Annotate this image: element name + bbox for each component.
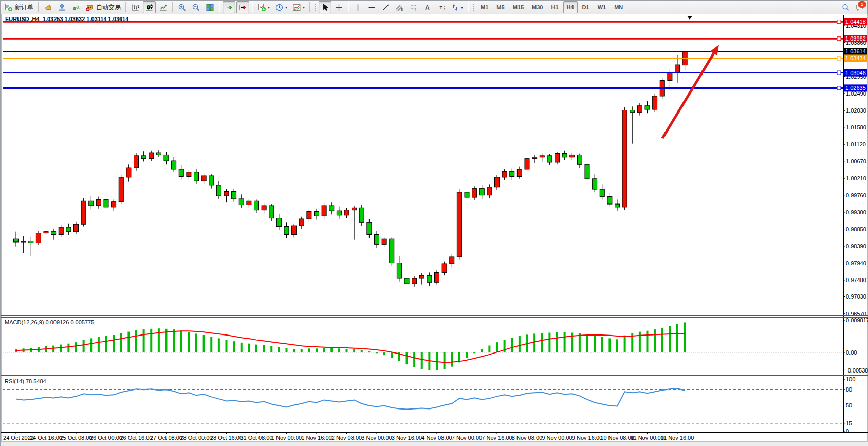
periods-button[interactable]: ▾: [273, 1, 289, 13]
vline-icon: [354, 3, 362, 12]
svg-text:15: 15: [846, 420, 852, 426]
trendline-icon: [381, 3, 390, 12]
svg-text:1.00670: 1.00670: [846, 158, 866, 164]
horn-icon: [44, 3, 52, 12]
svg-text:0.99760: 0.99760: [846, 192, 866, 198]
new-order-icon: [4, 3, 13, 12]
news-horn-button[interactable]: [42, 1, 54, 13]
tile-windows-button[interactable]: [204, 1, 216, 13]
svg-text:7 Nov 16:00: 7 Nov 16:00: [482, 435, 512, 441]
svg-text:26 Oct 16:00: 26 Oct 16:00: [120, 435, 153, 441]
toolbar-separator: [252, 2, 253, 12]
svg-text:0.97940: 0.97940: [846, 260, 866, 266]
svg-text:1.01580: 1.01580: [846, 124, 866, 131]
svg-text:28 Oct 16:00: 28 Oct 16:00: [210, 435, 243, 441]
svg-text:2 Nov 08:00: 2 Nov 08:00: [331, 435, 362, 441]
svg-text:100: 100: [846, 376, 855, 382]
zoom-out-button[interactable]: [190, 1, 202, 13]
svg-text:1.00210: 1.00210: [846, 175, 866, 181]
text-button[interactable]: A: [421, 1, 434, 13]
text-icon: A: [423, 3, 432, 12]
horizontal-line-button[interactable]: [365, 1, 378, 13]
chat-button[interactable]: 1: [853, 1, 866, 13]
svg-text:A: A: [425, 4, 430, 11]
templates-icon: [292, 3, 301, 12]
toolbar-separator: [468, 2, 469, 12]
hline-icon: [367, 3, 376, 12]
candlestick-chart-button[interactable]: [143, 1, 156, 13]
search-button[interactable]: [839, 1, 852, 13]
crosshair-button[interactable]: [333, 1, 345, 13]
chevron-down-icon: ▾: [285, 5, 287, 10]
zoom-in-button[interactable]: [176, 1, 189, 13]
svg-text:0.99300: 0.99300: [846, 209, 866, 215]
timeframe-w1[interactable]: W1: [594, 1, 610, 13]
timeframe-m15[interactable]: M15: [509, 1, 527, 13]
fibonacci-icon: F: [409, 3, 418, 12]
candlestick-icon: [145, 3, 154, 12]
svg-text:1.03614: 1.03614: [845, 48, 866, 54]
timeframe-mn[interactable]: MN: [611, 1, 626, 13]
bar-chart-button[interactable]: [129, 1, 142, 13]
text-label-button[interactable]: T: [435, 1, 448, 13]
community-button[interactable]: [56, 1, 68, 13]
svg-text:27 Oct 08:00: 27 Oct 08:00: [150, 435, 182, 441]
zoom-out-icon: [192, 3, 200, 12]
trendline-button[interactable]: [379, 1, 392, 13]
toolbar-separator: [172, 2, 173, 12]
templates-button[interactable]: ▾: [290, 1, 307, 13]
autotrading-button[interactable]: 自动交易: [83, 1, 123, 13]
auto-scroll-icon: [225, 3, 233, 12]
community-icon: [58, 3, 66, 12]
svg-text:0.96570: 0.96570: [846, 311, 866, 317]
svg-text:1 Nov 00:00: 1 Nov 00:00: [271, 435, 302, 441]
chevron-down-icon: ▾: [268, 5, 270, 10]
arrows-button[interactable]: ▾: [449, 1, 465, 13]
timeframe-h1[interactable]: H1: [547, 1, 562, 13]
toolbar-separator: [219, 2, 220, 12]
line-chart-button[interactable]: [157, 1, 170, 13]
svg-text:1.03046: 1.03046: [845, 70, 866, 76]
timeframe-h4[interactable]: H4: [563, 1, 578, 13]
cursor-button[interactable]: [319, 1, 331, 13]
toolbar-separator: [309, 2, 310, 12]
svg-text:1.02635: 1.02635: [845, 85, 866, 91]
timeframe-m1[interactable]: M1: [477, 1, 492, 13]
text-label-icon: T: [437, 3, 446, 12]
svg-text:0.97480: 0.97480: [846, 277, 866, 283]
main-toolbar: 新订单自动交易▾▾▾EFAT▾M1M5M15M30H1H4D1W1MN1: [1, 1, 867, 14]
resistance-line-1-handle[interactable]: [837, 20, 841, 24]
notification-badge: 1: [858, 1, 866, 8]
chart-shift-button[interactable]: [236, 1, 249, 13]
svg-text:50: 50: [846, 402, 852, 408]
auto-scroll-button[interactable]: [223, 1, 235, 13]
signals-button[interactable]: [69, 1, 82, 13]
window-bottom-strip: [1, 442, 868, 446]
resistance-line-2-handle[interactable]: [837, 37, 841, 41]
timeframe-d1[interactable]: D1: [579, 1, 593, 13]
timeframe-m5[interactable]: M5: [493, 1, 508, 13]
chart-background: [1, 14, 868, 446]
new-order-button[interactable]: 新订单: [2, 1, 35, 13]
indicators-icon: [257, 3, 266, 12]
support-line-2-handle[interactable]: [837, 86, 841, 90]
orange-level-line-handle[interactable]: [837, 57, 841, 60]
signals-icon: [71, 3, 80, 12]
svg-text:7 Nov 00:00: 7 Nov 00:00: [452, 435, 482, 441]
svg-text:0.97030: 0.97030: [846, 293, 866, 300]
bar-chart-icon: [131, 3, 140, 12]
support-line-1-handle[interactable]: [837, 71, 841, 75]
fibonacci-button[interactable]: F: [407, 1, 420, 13]
svg-text:8 Nov 08:00: 8 Nov 08:00: [512, 435, 542, 441]
timeframe-m30[interactable]: M30: [528, 1, 546, 13]
svg-text:1.01120: 1.01120: [846, 141, 866, 147]
svg-text:3 Nov 00:00: 3 Nov 00:00: [361, 435, 392, 441]
channel-button[interactable]: E: [393, 1, 406, 13]
svg-text:4 Nov 08:00: 4 Nov 08:00: [421, 435, 452, 441]
svg-text:24 Oct 16:00: 24 Oct 16:00: [30, 435, 62, 441]
svg-text:0.98850: 0.98850: [846, 226, 866, 232]
chart-canvas[interactable]: 1.043101.038601.034101.029501.024901.020…: [1, 14, 868, 446]
vertical-line-button[interactable]: [352, 1, 364, 13]
indicators-button[interactable]: ▾: [255, 1, 272, 13]
svg-text:31 Oct 08:00: 31 Oct 08:00: [241, 435, 273, 441]
